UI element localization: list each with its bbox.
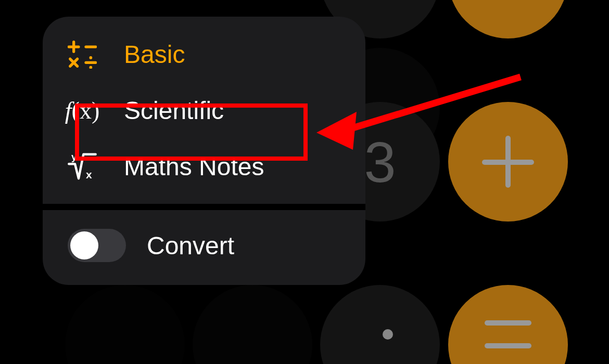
menu-divider <box>43 204 365 210</box>
svg-text:y: y <box>71 152 77 162</box>
menu-item-scientific[interactable]: f(x) Scientific <box>43 82 365 138</box>
plus-icon <box>482 136 534 188</box>
maths-notes-icon: y x <box>64 152 101 181</box>
menu-item-convert[interactable]: Convert <box>43 210 365 285</box>
digit-label: 6 <box>364 0 396 12</box>
digit-label: 3 <box>364 129 396 195</box>
svg-point-5 <box>89 56 92 59</box>
basic-calc-icon <box>64 40 101 69</box>
calc-key-hidden-00[interactable] <box>65 285 185 364</box>
calc-key-minus[interactable] <box>448 0 568 38</box>
svg-point-7 <box>89 66 92 69</box>
menu-label: Basic <box>124 40 185 69</box>
menu-label: Convert <box>147 231 234 260</box>
calc-key-plus[interactable] <box>448 102 568 222</box>
dot-icon <box>383 329 393 340</box>
calc-key-equals[interactable] <box>448 285 568 364</box>
calc-key-hidden-0[interactable] <box>193 285 312 364</box>
menu-label: Scientific <box>124 96 224 125</box>
menu-item-basic[interactable]: Basic <box>43 26 365 82</box>
convert-toggle[interactable] <box>68 229 126 262</box>
menu-label: Maths Notes <box>124 152 264 181</box>
mode-menu: Basic f(x) Scientific y x Maths Notes <box>43 17 365 285</box>
toggle-knob <box>70 231 98 259</box>
menu-item-maths-notes[interactable]: y x Maths Notes <box>43 138 365 194</box>
function-icon: f(x) <box>64 96 101 125</box>
svg-text:x: x <box>86 168 92 180</box>
calc-key-dot[interactable] <box>320 285 440 364</box>
equals-icon <box>485 320 531 348</box>
